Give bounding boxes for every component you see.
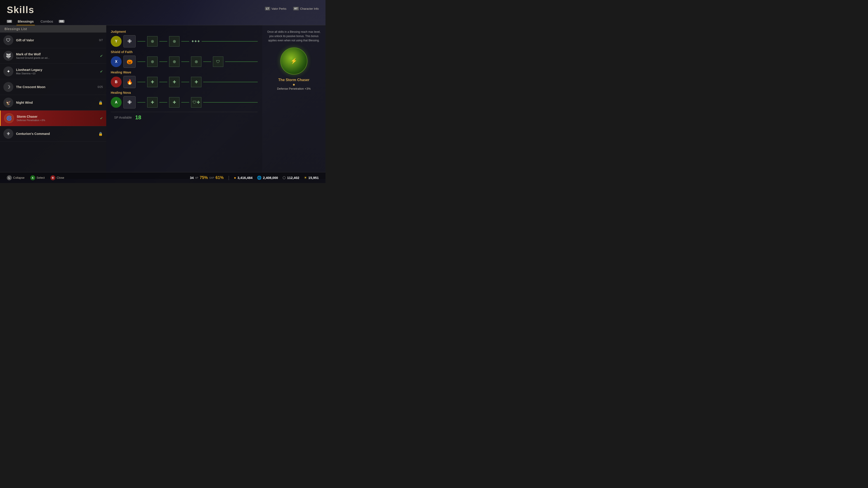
blessing-icon-gift-of-valor: 🛡 [3,35,13,45]
stat-group-silver: ⬡ 112,402 [283,175,299,180]
blessing-item-gift-of-valor[interactable]: 🛡 Gift of Valor 0/7 [0,33,106,48]
blessing-count-crescent-moon: 0/25 [98,86,103,89]
blessing-item-centurions-command[interactable]: ⚜ Centurion's Command 🔒 [0,126,106,142]
blessing-count-gift-of-valor: 0/7 [99,39,103,42]
node-hn2[interactable]: ✚ [169,97,180,107]
node-hn3[interactable]: 🛡✚ [191,97,202,107]
tab-blessings[interactable]: Blessings [17,18,35,25]
lock-icon-centurions-command: 🔒 [98,132,103,136]
main-content: Blessings List 🛡 Gift of Valor 0/7 🐺 Mar… [0,25,326,179]
blessing-icon-night-wind: 🦅 [3,98,13,107]
stat-group-gold: ● 3,416,484 [234,176,252,180]
connector-s1 [137,61,145,62]
node-j2[interactable]: ⊕ [169,36,180,46]
node-s2[interactable]: ⊕ [169,57,180,67]
rt-text: Character Info [300,7,319,10]
footer-close-label: Close [57,176,64,180]
blessing-icon-lionheart: ✦ [3,66,13,76]
footer-btn-collapse[interactable]: L Collapse [7,175,25,180]
footer-collapse-label: Collapse [13,176,25,180]
node-s4[interactable]: 🛡 [213,57,223,67]
detail-dot [293,84,295,86]
skill-section-healing-nova: Healing Nova A ✙ ✚ ✚ 🛡✚ [111,91,258,108]
blessing-item-night-wind[interactable]: 🦅 Night Wind 🔒 [0,95,106,110]
nav-rt[interactable]: RT Character Info [293,7,319,10]
button-a-healing-nova: A [111,97,122,108]
skill-row-healing-wave: B 🔥 ✚ ✚ ✚ [111,76,258,88]
connector-hn3 [181,102,189,103]
line-healing-wave [203,82,258,82]
line-judgment [202,41,258,41]
btn-b-icon: B [51,175,55,180]
connector-s4 [203,61,211,62]
xp-label: XP [195,176,198,179]
detail-panel: Once all skills in a Blessing reach max … [262,25,326,179]
skill-section-judgment: Judgment Y ✙ ⊕ ⊕ ✦✦✦ [111,30,258,47]
connector-hw2 [159,82,167,82]
node-s1[interactable]: ⊕ [147,57,158,67]
btn-l-icon: L [7,175,12,180]
button-x-shield: X [111,56,122,67]
nav-lt[interactable]: LT Valor Perks [265,7,286,10]
blessing-item-storm-chaser[interactable]: 🌀 Storm Chaser Defense Penetration +3% ✔ [0,110,106,126]
node-j-dots: ✦✦✦ [191,39,200,44]
skill-icon-healing-wave[interactable]: 🔥 [123,76,135,88]
node-s3[interactable]: ⊗ [191,57,202,67]
blessing-icon-mark-of-wolf: 🐺 [3,51,13,61]
sxp-label: SXP [209,176,214,179]
blessing-sub-mark-of-wolf: Sacred Ground grants an ad... [16,57,100,59]
skill-icon-shield[interactable]: 🎃 [123,56,135,68]
detail-stat: Defense Penetration +3% [277,87,311,90]
stat-group-sun: ☀ 15,951 [304,175,319,180]
blessings-panel: Blessings List 🛡 Gift of Valor 0/7 🐺 Mar… [0,25,106,179]
blessing-item-lionheart[interactable]: ✦ Lionheart Legacy Max Stamina +10 ✔ [0,64,106,79]
line-shield [225,61,258,62]
footer-stats: 34 XP 75% SXP 61% | ● 3,416,484 🌐 2,408,… [190,175,319,180]
blessing-name-storm-chaser: Storm Chaser [17,115,100,119]
rt-tag: RT [293,7,299,10]
connector-s2 [159,61,167,62]
tab-badge-rb: RB [59,20,64,23]
node-j1[interactable]: ⊕ [147,36,158,46]
btn-a-icon: A [30,175,35,180]
node-hn1[interactable]: ✚ [147,97,158,107]
blessing-name-centurions-command: Centurion's Command [16,132,98,135]
line-healing-nova [203,102,258,103]
sxp-pct: 61% [216,175,224,180]
blessing-icon-centurions-command: ⚜ [3,129,13,139]
blessing-item-crescent-moon[interactable]: ☽ The Crescent Moon 0/25 [0,79,106,95]
detail-name: The Storm Chaser [278,78,309,82]
skill-row-shield-of-faith: X 🎃 ⊕ ⊕ ⊗ 🛡 [111,56,258,68]
lt-text: Valor Perks [272,7,286,10]
blessing-name-night-wind: Night Wind [16,101,98,104]
blue-value: 2,408,000 [263,176,278,180]
header: Skills LT Valor Perks RT Character Info [0,0,326,18]
footer-select-label: Select [37,176,45,180]
check-icon-storm-chaser: ✔ [100,116,103,121]
silver-value: 112,402 [287,176,299,180]
node-hw3[interactable]: ✚ [191,77,202,87]
tab-combos[interactable]: Combos [39,18,54,25]
blessing-icon-storm-chaser: 🌀 [4,113,14,123]
connector-hn1 [137,102,145,103]
skill-icon-judgment[interactable]: ✙ [123,35,135,47]
node-hw2[interactable]: ✚ [169,77,180,87]
skill-tree-panel: Judgment Y ✙ ⊕ ⊕ ✦✦✦ Shield [106,25,262,179]
node-hw1[interactable]: ✚ [147,77,158,87]
blessing-item-mark-of-wolf[interactable]: 🐺 Mark of the Wolf Sacred Ground grants … [0,48,106,64]
connector-j3 [181,41,189,41]
tab-badge-lb: LB [7,20,12,23]
blessing-name-crescent-moon: The Crescent Moon [16,85,98,89]
skill-section-healing-wave: Healing Wave B 🔥 ✚ ✚ ✚ [111,70,258,88]
skill-icon-healing-nova[interactable]: ✙ [123,96,135,108]
footer-btn-close[interactable]: B Close [51,175,64,180]
stat-group-blue: 🌐 2,408,000 [257,175,278,180]
button-y-judgment: Y [111,36,122,47]
blessing-name-gift-of-valor: Gift of Valor [16,38,99,42]
blessing-sub-lionheart: Max Stamina +10 [16,72,100,75]
sun-value: 15,951 [308,176,319,180]
orb-icon: ⚡ [291,59,296,64]
sun-icon: ☀ [304,175,307,180]
footer-btn-select[interactable]: A Select [30,175,45,180]
blessing-icon-crescent-moon: ☽ [3,82,13,92]
